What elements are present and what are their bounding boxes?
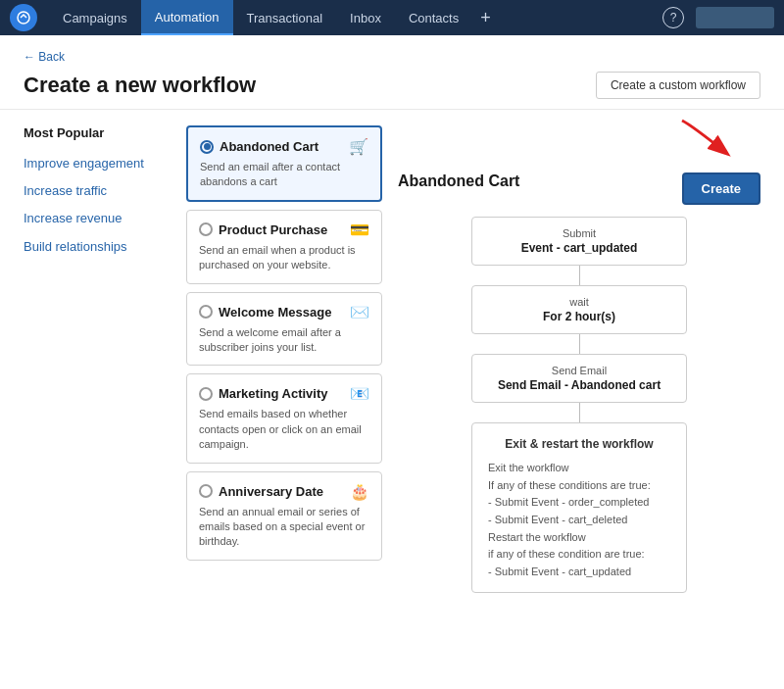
exit-line-4: - Submit Event - cart_deleted	[488, 512, 670, 529]
flow-box-submit: Submit Event - cart_updated	[471, 217, 687, 266]
flow-container: Submit Event - cart_updated wait For 2 h…	[398, 217, 760, 593]
exit-line-5: Restart the workflow	[488, 529, 670, 547]
flow-box-email-main: Send Email - Abandoned cart	[488, 378, 670, 392]
nav-inbox[interactable]: Inbox	[336, 0, 395, 35]
back-link[interactable]: ← Back	[24, 50, 65, 64]
option-radio-product-purchase	[199, 222, 213, 236]
option-radio-anniversary-date	[199, 484, 213, 498]
user-avatar[interactable]	[696, 7, 774, 28]
purchase-icon: 💳	[350, 221, 369, 239]
option-radio-welcome-message	[199, 305, 213, 319]
custom-workflow-button[interactable]: Create a custom workflow	[596, 72, 760, 99]
flow-box-send-email: Send Email Send Email - Abandoned cart	[471, 354, 687, 403]
option-header: Product Purchase 💳	[199, 221, 369, 239]
nav-campaigns[interactable]: Campaigns	[49, 0, 141, 35]
workflow-option-abandoned-cart[interactable]: Abandoned Cart 🛒 Send an email after a c…	[186, 125, 382, 202]
nav-right: ?	[662, 7, 774, 28]
sidebar-item-build-relationships[interactable]: Build relationships	[24, 233, 171, 261]
flow-box-wait: wait For 2 hour(s)	[471, 285, 687, 334]
option-radio-marketing-activity	[199, 387, 213, 401]
marketing-icon: 📧	[350, 384, 369, 403]
workflow-option-product-purchase[interactable]: Product Purchase 💳 Send an email when a …	[186, 210, 382, 284]
sidebar-item-improve-engagement[interactable]: Improve engagement	[24, 150, 171, 177]
option-title-row: Product Purchase	[199, 222, 327, 237]
option-radio-abandoned-cart	[200, 140, 214, 154]
flow-box-exit-restart: Exit & restart the workflow Exit the wor…	[471, 422, 687, 593]
flow-box-wait-main: For 2 hour(s)	[488, 310, 670, 323]
option-desc-welcome-message: Send a welcome email after a subscriber …	[199, 325, 369, 356]
option-title-row: Marketing Activity	[199, 386, 328, 401]
flow-box-submit-label: Submit	[488, 227, 670, 239]
exit-line-6: if any of these condition are true:	[488, 546, 670, 564]
create-button[interactable]: Create	[682, 172, 760, 205]
workflow-option-anniversary-date[interactable]: Anniversary Date 🎂 Send an annual email …	[186, 471, 382, 561]
nav-automation[interactable]: Automation	[141, 0, 233, 35]
exit-line-1: Exit the workflow	[488, 460, 670, 477]
exit-line-2: If any of these conditions are true:	[488, 477, 670, 495]
flow-box-email-label: Send Email	[488, 365, 670, 376]
exit-line-7: - Submit Event - cart_updated	[488, 564, 670, 581]
preview-top-row: Abandoned Cart Create	[398, 172, 760, 205]
option-title-row: Abandoned Cart	[200, 139, 318, 154]
flow-box-submit-main: Event - cart_updated	[488, 241, 670, 255]
cart-icon: 🛒	[349, 137, 368, 156]
red-arrow-annotation	[672, 116, 751, 165]
exit-restart-lines: Exit the workflow If any of these condit…	[488, 460, 670, 580]
option-title-product-purchase: Product Purchase	[219, 222, 327, 237]
svg-point-0	[18, 12, 29, 24]
nav-plus[interactable]: +	[472, 8, 499, 28]
nav-transactional[interactable]: Transactional	[233, 0, 337, 35]
workflow-options-list: Abandoned Cart 🛒 Send an email after a c…	[186, 125, 382, 663]
option-header: Anniversary Date 🎂	[199, 482, 369, 501]
sidebar: Most Popular Improve engagement Increase…	[24, 125, 171, 663]
page-title-row: Create a new workflow Create a custom wo…	[24, 72, 760, 99]
exit-restart-title: Exit & restart the workflow	[488, 435, 670, 454]
flow-connector-2	[579, 334, 580, 354]
option-title-abandoned-cart: Abandoned Cart	[220, 139, 318, 154]
option-title-anniversary-date: Anniversary Date	[219, 484, 323, 499]
option-header: Abandoned Cart 🛒	[200, 137, 368, 156]
anniversary-icon: 🎂	[350, 482, 369, 501]
page-wrapper: ← Back Create a new workflow Create a cu…	[0, 35, 784, 689]
option-desc-marketing-activity: Send emails based on whether contacts op…	[199, 407, 369, 452]
preview-title: Abandoned Cart	[398, 172, 519, 190]
flow-box-wait-label: wait	[488, 296, 670, 308]
exit-line-3: - Submit Event - order_completed	[488, 494, 670, 512]
flow-connector-1	[579, 266, 580, 285]
nav-items: Campaigns Automation Transactional Inbox…	[49, 0, 662, 35]
option-header: Marketing Activity 📧	[199, 384, 369, 403]
page-title: Create a new workflow	[24, 73, 256, 98]
workflow-option-welcome-message[interactable]: Welcome Message ✉️ Send a welcome email …	[186, 292, 382, 367]
option-desc-product-purchase: Send an email when a product is purchase…	[199, 243, 369, 273]
option-title-row: Welcome Message	[199, 305, 331, 320]
welcome-icon: ✉️	[350, 303, 369, 321]
preview-panel: Abandoned Cart Create Submit Event - car…	[398, 125, 760, 663]
workflow-option-marketing-activity[interactable]: Marketing Activity 📧 Send emails based o…	[186, 373, 382, 463]
option-title-welcome-message: Welcome Message	[219, 305, 331, 320]
sidebar-item-increase-traffic[interactable]: Increase traffic	[24, 177, 171, 205]
option-title-marketing-activity: Marketing Activity	[219, 386, 328, 401]
nav-contacts[interactable]: Contacts	[395, 0, 472, 35]
sidebar-item-increase-revenue[interactable]: Increase revenue	[24, 205, 171, 232]
flow-connector-3	[579, 403, 580, 422]
option-title-row: Anniversary Date	[199, 484, 323, 499]
option-header: Welcome Message ✉️	[199, 303, 369, 321]
content-area: Most Popular Improve engagement Increase…	[0, 110, 784, 678]
page-header: ← Back Create a new workflow Create a cu…	[0, 35, 784, 110]
logo	[10, 4, 37, 31]
option-desc-anniversary-date: Send an annual email or series of emails…	[199, 505, 369, 550]
option-desc-abandoned-cart: Send an email after a contact abandons a…	[200, 160, 368, 190]
help-icon[interactable]: ?	[662, 7, 684, 28]
sidebar-category: Most Popular	[24, 125, 171, 140]
top-navigation: Campaigns Automation Transactional Inbox…	[0, 0, 784, 35]
